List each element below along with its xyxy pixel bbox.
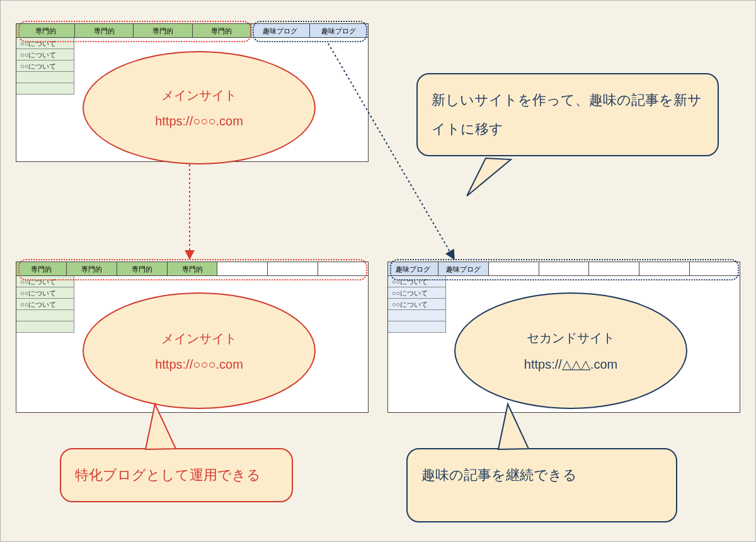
ellipse-title: メインサイト (84, 330, 314, 347)
list-item (16, 83, 74, 95)
tab: 専門的 (16, 24, 75, 37)
tab: 専門的 (75, 24, 134, 37)
tab (268, 262, 318, 275)
list-item: ○○について (16, 38, 74, 49)
tab: 専門的 (134, 24, 192, 37)
list-item (388, 310, 446, 321)
tab: 専門的 (193, 24, 251, 37)
list-item: ○○について (16, 299, 74, 310)
tab (217, 262, 268, 275)
bubble-move: 新しいサイトを作って、趣味の記事を新サイトに移す (416, 73, 719, 156)
list-item (388, 321, 446, 333)
tab: 専門的 (67, 262, 117, 275)
tab: 趣味ブログ (438, 262, 489, 275)
bubble-left: 特化ブログとして運用できる (60, 448, 293, 502)
tab (489, 262, 539, 275)
diagram-canvas: 専門的 専門的 専門的 専門的 趣味ブログ 趣味ブログ ○○について ○○につい… (0, 0, 756, 542)
tab (589, 262, 639, 275)
tab: 専門的 (168, 262, 218, 275)
tab: 専門的 (16, 262, 67, 275)
list-item: ○○について (16, 287, 74, 299)
tab: 趣味ブログ (310, 24, 368, 37)
list-item: ○○について (16, 49, 74, 61)
tabrow: 専門的 専門的 専門的 専門的 (16, 262, 368, 276)
list-item: ○○について (388, 287, 446, 299)
tabrow: 専門的 専門的 専門的 専門的 趣味ブログ 趣味ブログ (16, 24, 368, 38)
bubble-text: 趣味の記事を継続できる (421, 467, 577, 483)
tab (318, 262, 368, 275)
list-item: ○○について (16, 276, 74, 287)
bubble-tail-navy-top (467, 158, 511, 196)
list-item (16, 310, 74, 321)
list-item: ○○について (388, 276, 446, 287)
tab (690, 262, 740, 275)
tab: 専門的 (117, 262, 168, 275)
ellipse-title: メインサイト (84, 87, 314, 104)
ellipse-url: https://△△△.com (455, 357, 686, 372)
ellipse-main-bottom: メインサイト https://○○○.com (83, 292, 316, 409)
tab: 趣味ブログ (388, 262, 438, 275)
ellipse-url: https://○○○.com (84, 357, 314, 372)
ellipse-title: セカンドサイト (455, 330, 686, 347)
list-item: ○○について (388, 299, 446, 310)
ellipse-second: セカンドサイト https://△△△.com (454, 292, 687, 409)
list-item (16, 321, 74, 333)
tabrow: 趣味ブログ 趣味ブログ (388, 262, 740, 276)
ellipse-main-top: メインサイト https://○○○.com (83, 51, 316, 164)
tab (639, 262, 690, 275)
list-item: ○○について (16, 61, 74, 72)
tab: 趣味ブログ (251, 24, 310, 37)
bubble-text: 特化ブログとして運用できる (75, 467, 261, 483)
bubble-right: 趣味の記事を継続できる (406, 448, 677, 522)
bubble-text: 新しいサイトを作って、趣味の記事を新サイトに移す (432, 92, 702, 137)
tab (539, 262, 590, 275)
list-item (16, 72, 74, 83)
ellipse-url: https://○○○.com (84, 114, 314, 129)
